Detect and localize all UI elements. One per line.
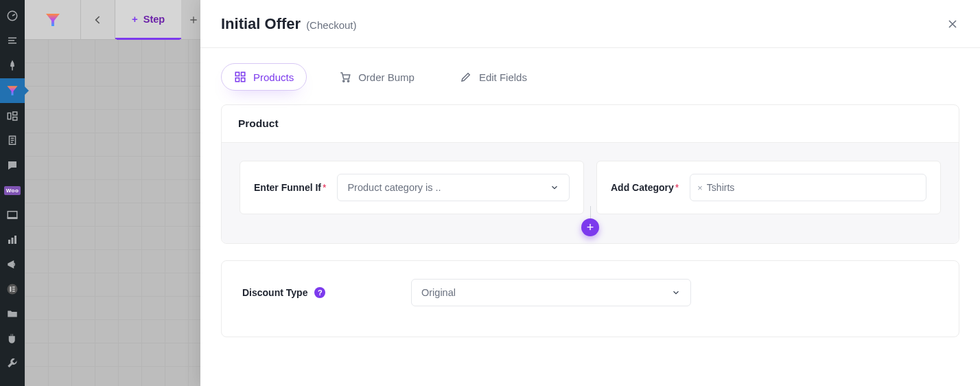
- analytics-icon[interactable]: [0, 228, 25, 251]
- enter-funnel-select[interactable]: Product category is ..: [337, 174, 570, 201]
- admin-sidebar: Woo: [0, 0, 25, 386]
- svg-rect-4: [13, 117, 17, 121]
- product-card-header: Product: [222, 105, 959, 142]
- svg-rect-7: [8, 240, 10, 244]
- comments-icon[interactable]: [0, 154, 25, 177]
- svg-point-21: [348, 80, 349, 82]
- discount-type-select[interactable]: Original: [411, 279, 691, 306]
- pencil-icon: [460, 71, 472, 83]
- grid-icon: [234, 71, 246, 83]
- svg-rect-13: [12, 288, 15, 290]
- canvas-grid: [25, 39, 200, 386]
- svg-rect-3: [13, 112, 17, 115]
- help-icon[interactable]: ?: [314, 287, 325, 298]
- svg-marker-1: [8, 86, 18, 95]
- tab-step[interactable]: + Step: [115, 0, 181, 39]
- panel-subtitle: (Checkout): [306, 19, 356, 31]
- svg-rect-6: [8, 212, 17, 218]
- svg-rect-12: [12, 286, 15, 288]
- step-tabbar: + Step: [25, 0, 206, 39]
- config-panel: Initial Offer (Checkout) Products Order …: [200, 0, 980, 386]
- dashboard-icon[interactable]: [0, 4, 25, 27]
- svg-rect-11: [10, 286, 11, 292]
- add-condition-button[interactable]: +: [581, 218, 599, 236]
- back-arrow-icon[interactable]: [81, 0, 115, 39]
- tab-order-bump[interactable]: Order Bump: [326, 63, 428, 91]
- woo-badge: Woo: [4, 186, 21, 195]
- config-tabs: Products Order Bump Edit Fields: [221, 63, 959, 91]
- svg-rect-16: [235, 72, 239, 76]
- remove-tag-icon[interactable]: ×: [697, 183, 703, 192]
- svg-rect-19: [242, 78, 245, 82]
- svg-rect-18: [235, 78, 239, 82]
- cart-icon: [339, 71, 351, 83]
- category-tag-input[interactable]: × Tshirts: [690, 174, 926, 201]
- discount-type-value: Original: [421, 287, 456, 298]
- enter-funnel-value: Product category is ..: [347, 182, 441, 193]
- chevron-down-icon: [671, 288, 681, 297]
- tools-icon[interactable]: [0, 352, 25, 375]
- tab-edit-fields-label: Edit Fields: [479, 71, 527, 83]
- svg-rect-8: [12, 238, 14, 244]
- category-tag: × Tshirts: [697, 182, 734, 193]
- discount-card: Discount Type ? Original: [221, 260, 959, 337]
- elementor-icon[interactable]: [0, 277, 25, 301]
- svg-rect-9: [14, 236, 16, 244]
- close-icon[interactable]: [946, 17, 959, 31]
- tab-funnel-home[interactable]: [25, 0, 81, 39]
- tab-order-bump-label: Order Bump: [358, 71, 415, 83]
- svg-point-20: [343, 80, 345, 82]
- appearance-icon[interactable]: [0, 203, 25, 227]
- marketing-icon[interactable]: [0, 253, 25, 276]
- media-icon[interactable]: [0, 104, 25, 128]
- product-card: Product Enter Funnel If* Product categor…: [221, 104, 959, 244]
- plus-icon: +: [132, 14, 138, 24]
- enter-funnel-condition: Enter Funnel If* Product category is ..: [240, 161, 584, 214]
- pages-icon[interactable]: [0, 129, 25, 152]
- category-tag-text: Tshirts: [707, 182, 734, 193]
- pin-icon[interactable]: [0, 54, 25, 77]
- woocommerce-icon[interactable]: Woo: [0, 179, 25, 202]
- add-condition-connector: +: [581, 206, 599, 236]
- svg-marker-15: [46, 14, 60, 26]
- svg-rect-14: [12, 291, 15, 292]
- panel-title: Initial Offer: [221, 15, 301, 33]
- tab-products-label: Products: [253, 71, 294, 83]
- svg-rect-2: [8, 113, 11, 120]
- funnel-icon[interactable]: [0, 78, 25, 103]
- chevron-down-icon: [550, 183, 559, 192]
- add-category-condition: Add Category* × Tshirts: [596, 161, 941, 214]
- tab-products[interactable]: Products: [221, 63, 307, 91]
- plugins-icon[interactable]: [0, 327, 25, 350]
- svg-rect-17: [242, 72, 245, 76]
- tab-step-label: Step: [143, 14, 165, 25]
- folder-icon[interactable]: [0, 302, 25, 326]
- discount-type-label: Discount Type ?: [242, 287, 400, 298]
- enter-funnel-label: Enter Funnel If*: [254, 182, 326, 193]
- add-category-label: Add Category*: [611, 182, 679, 193]
- tab-edit-fields[interactable]: Edit Fields: [447, 63, 540, 91]
- panel-header: Initial Offer (Checkout): [200, 0, 980, 48]
- posts-icon[interactable]: [0, 29, 25, 52]
